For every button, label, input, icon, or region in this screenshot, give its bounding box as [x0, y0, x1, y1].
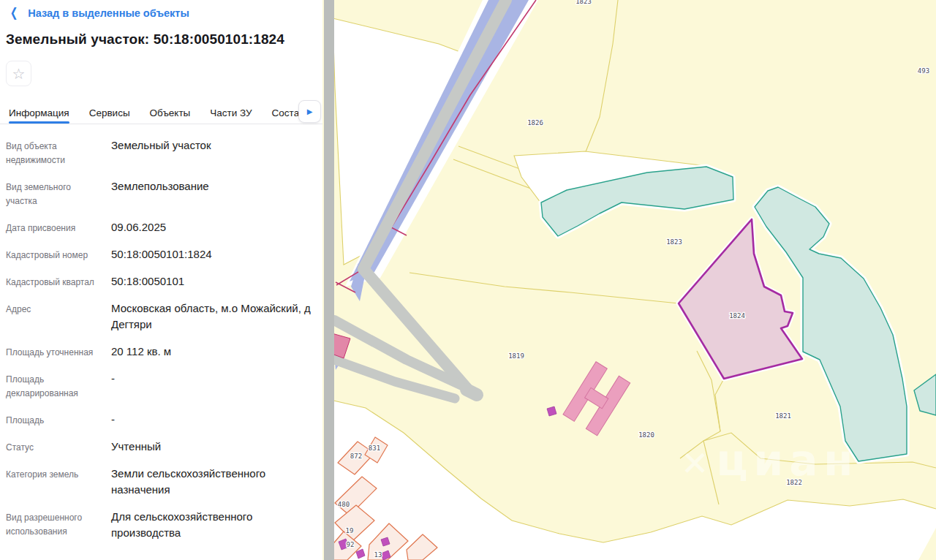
parcel-label-13: 13 [374, 551, 382, 559]
field-row: Категория земельЗемли сельскохозяйственн… [6, 466, 312, 498]
field-label: Вид разрешенного использования [6, 509, 111, 541]
parcel-label-493: 493 [918, 67, 929, 75]
tab-Объекты[interactable]: Объекты [150, 102, 191, 124]
object-info-panel: ❮ Назад в выделенные объекты Земельный у… [0, 0, 322, 560]
field-value: Для сельскохозяйственного производства [111, 509, 312, 541]
back-link[interactable]: ❮ Назад в выделенные объекты [0, 0, 322, 19]
star-icon: ☆ [12, 67, 26, 81]
field-row: СтатусУчтенный [6, 439, 312, 455]
parcel-label-1826: 1826 [527, 119, 543, 126]
field-row: Вид разрешенного использованияДля сельск… [6, 509, 312, 541]
favorite-button[interactable]: ☆ [6, 61, 31, 86]
page-title: Земельный участок: 50:18:0050101:1824 [0, 19, 322, 48]
cadastral-viewer: ❮ Назад в выделенные объекты Земельный у… [0, 0, 936, 560]
field-label: Площадь [6, 412, 111, 428]
field-value: Земли сельскохозяйственного назначения [111, 466, 312, 498]
parcel-label-831: 831 [369, 444, 380, 452]
field-value: - [111, 412, 312, 428]
field-label: Кадастровый номер [6, 246, 111, 262]
tabs-bar: ИнформацияСервисыОбъектыЧасти ЗУСостав ▶ [0, 102, 322, 124]
field-label: Вид земельного участка [6, 178, 111, 208]
field-label: Вид объекта недвижимости [6, 137, 111, 167]
back-link-label: Назад в выделенные объекты [28, 7, 189, 19]
field-row: Площадь- [6, 412, 312, 428]
field-row: Вид объекта недвижимостиЗемельный участо… [6, 137, 312, 167]
parcel-label-1824: 1824 [729, 312, 745, 319]
parcel-label-480: 480 [338, 501, 350, 508]
field-label: Категория земель [6, 466, 111, 498]
field-label: Дата присвоения [6, 219, 111, 235]
field-row: Дата присвоения09.06.2025 [6, 219, 312, 235]
field-row: Кадастровый квартал50:18:0050101 [6, 273, 312, 290]
field-label: Кадастровый квартал [6, 273, 111, 290]
parcel-label-1822: 1822 [786, 479, 802, 486]
field-row: Площадь декларированная- [6, 371, 312, 401]
field-value: 50:18:0050101:1824 [111, 246, 312, 262]
field-value: 20 112 кв. м [111, 344, 312, 360]
field-row: АдресМосковская область, м.о Можайский, … [6, 300, 312, 333]
field-value: Земельный участок [111, 137, 312, 167]
parcel-label-1819: 1819 [508, 352, 524, 360]
field-label: Площадь декларированная [6, 371, 111, 401]
field-row: Кадастровый номер50:18:0050101:1824 [6, 246, 312, 262]
parcel-label-1820: 1820 [638, 431, 654, 439]
parcel-label-872: 872 [350, 453, 362, 460]
chevron-right-icon: ▶ [307, 108, 313, 116]
tab-Сервисы[interactable]: Сервисы [89, 102, 130, 124]
field-label: Статус [6, 439, 111, 455]
parcel-label-19: 19 [346, 527, 354, 534]
field-value: Учтенный [111, 439, 312, 455]
field-value: 50:18:0050101 [111, 273, 312, 290]
tab-Информация[interactable]: Информация [9, 102, 69, 124]
map-area: 1823182649318231824181918201821182287283… [322, 0, 936, 560]
field-label: Адрес [6, 300, 111, 333]
object-attributes: Вид объекта недвижимостиЗемельный участо… [0, 124, 322, 541]
parcel-label-1821: 1821 [775, 412, 791, 420]
field-label: Площадь уточненная [6, 344, 111, 360]
field-row: Площадь уточненная20 112 кв. м [6, 344, 312, 360]
tab-Части ЗУ[interactable]: Части ЗУ [210, 102, 252, 124]
field-value: - [111, 371, 312, 401]
field-value: 09.06.2025 [111, 219, 312, 235]
field-value: Землепользование [111, 178, 312, 208]
tabs-scroll-right-button[interactable]: ▶ [298, 100, 321, 123]
parcel-label-92: 92 [347, 541, 355, 548]
tabs: ИнформацияСервисыОбъектыЧасти ЗУСостав [0, 102, 322, 124]
field-value: Московская область, м.о Можайский, д Дег… [111, 300, 312, 333]
edge-road [324, 0, 334, 560]
parcel-label-1823: 1823 [666, 238, 682, 246]
parcel-label-1823: 1823 [575, 0, 592, 5]
back-chevron-icon: ❮ [10, 7, 18, 19]
cadastral-map[interactable]: 1823182649318231824181918201821182287283… [322, 0, 936, 560]
field-row: Вид земельного участкаЗемлепользование [6, 178, 312, 208]
